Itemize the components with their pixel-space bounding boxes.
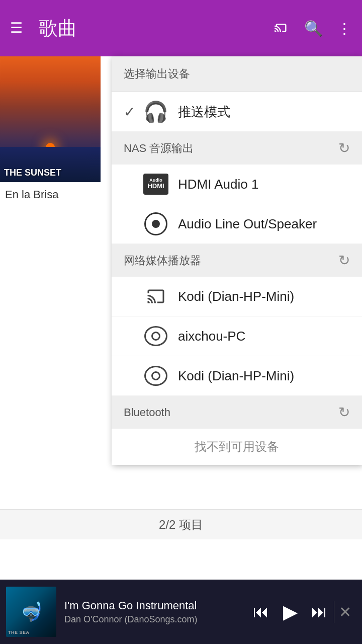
media-player-refresh-icon[interactable]: ↻	[338, 252, 350, 269]
kodi2-label: Kodi (Dian-HP-Mini)	[178, 368, 350, 384]
hdmi-audio-item[interactable]: Audio HDMI HDMI Audio 1	[112, 165, 362, 204]
media-player-section-title: 网络媒体播放器	[124, 253, 201, 268]
play-button[interactable]: ▶	[278, 599, 303, 624]
more-options-icon[interactable]: ⋮	[337, 20, 352, 37]
player-artist: Dan O'Connor (DanoSongs.com)	[64, 614, 240, 625]
bluetooth-refresh-icon[interactable]: ↻	[338, 404, 350, 421]
nas-section-title: NAS 音源输出	[124, 141, 194, 156]
speaker-icon	[142, 212, 170, 235]
header-actions: 🔍 ⋮	[272, 20, 352, 37]
line-out-label: Audio Line Out/Speaker	[178, 216, 350, 232]
main-content: THE SUNSET En la Brisa 选择输出设备 ✓ 🎧 推送模式 N…	[0, 56, 362, 604]
album-art: THE SUNSET	[0, 56, 101, 182]
album-art-label: THE SUNSET	[4, 168, 61, 178]
search-icon[interactable]: 🔍	[304, 20, 323, 37]
cast-icon[interactable]	[272, 20, 290, 37]
player-info: I'm Gonna Go Instrumental Dan O'Connor (…	[56, 599, 248, 625]
app-header: ☰ 歌曲 🔍 ⋮	[0, 0, 362, 56]
check-icon: ✓	[124, 104, 142, 120]
player-album-art[interactable]: 🤿 THE SEA	[6, 587, 56, 637]
player-song-title: I'm Gonna Go Instrumental	[64, 599, 240, 612]
player-art-background: 🤿 THE SEA	[6, 587, 56, 637]
diver-icon: 🤿	[20, 601, 43, 622]
aixchou-label: aixchou-PC	[178, 329, 350, 344]
player-controls: ⏮ ▶ ⏭	[248, 599, 332, 624]
kodi1-label: Kodi (Dian-HP-Mini)	[178, 289, 350, 304]
kodi2-item[interactable]: Kodi (Dian-HP-Mini)	[112, 356, 362, 396]
bluetooth-section-header: Bluetooth ↻	[112, 396, 362, 429]
item-count: 2/2 项目	[159, 517, 203, 533]
song-title: En la Brisa	[0, 182, 101, 207]
nas-section-header: NAS 音源输出 ↻	[112, 132, 362, 165]
kodi-icon-2	[142, 364, 170, 387]
push-mode-label: 推送模式	[178, 103, 350, 121]
media-player-section-header: 网络媒体播放器 ↻	[112, 244, 362, 277]
no-device-message: 找不到可用设备	[112, 429, 362, 465]
player-close-button[interactable]: ✕	[334, 601, 356, 623]
player-bar: 🤿 THE SEA I'm Gonna Go Instrumental Dan …	[0, 580, 362, 644]
hdmi-audio-label: HDMI Audio 1	[178, 177, 350, 192]
prev-button[interactable]: ⏮	[248, 599, 274, 624]
page-title: 歌曲	[39, 16, 272, 41]
kodi1-item[interactable]: Kodi (Dian-HP-Mini)	[112, 277, 362, 316]
status-bar: 2/2 项目	[0, 509, 362, 539]
kodi-icon-1	[142, 325, 170, 348]
player-art-label: THE SEA	[8, 630, 30, 635]
nas-refresh-icon[interactable]: ↻	[338, 140, 350, 156]
hdmi-icon: Audio HDMI	[142, 173, 170, 196]
dropdown-title: 选择输出设备	[112, 56, 362, 92]
line-out-item[interactable]: Audio Line Out/Speaker	[112, 204, 362, 244]
bluetooth-section-title: Bluetooth	[124, 406, 170, 419]
menu-icon[interactable]: ☰	[10, 21, 23, 35]
headphone-icon: 🎧	[142, 100, 170, 123]
next-button[interactable]: ⏭	[307, 599, 332, 624]
push-mode-item[interactable]: ✓ 🎧 推送模式	[112, 92, 362, 132]
song-card[interactable]: THE SUNSET En la Brisa	[0, 56, 101, 207]
cast-device-icon	[142, 285, 170, 308]
sunset-background: THE SUNSET	[0, 56, 101, 182]
output-device-dropdown: 选择输出设备 ✓ 🎧 推送模式 NAS 音源输出 ↻ Audio HDMI HD…	[112, 56, 362, 465]
aixchou-item[interactable]: aixchou-PC	[112, 316, 362, 356]
